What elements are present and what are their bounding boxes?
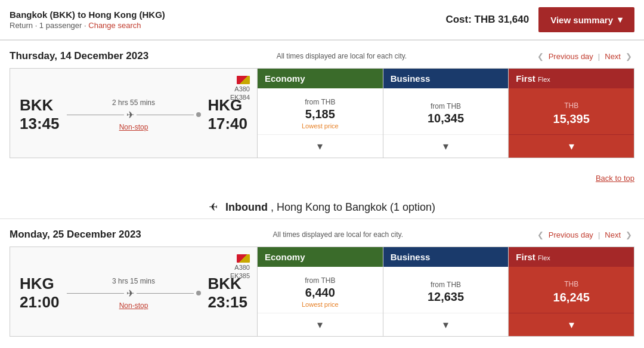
route-dot [196, 112, 201, 117]
outbound-economy-body: from THB 5,185 Lowest price [258, 88, 383, 134]
inbound-flight-card: A380 EK385 HKG 21:00 3 hrs 15 mins ✈ N [10, 247, 634, 337]
change-search-link[interactable]: Change search [88, 21, 141, 30]
outbound-nonstop-link[interactable]: Non-stop [119, 123, 148, 131]
inbound-fare-columns: Economy from THB 6,440 Lowest price ▾ Bu… [258, 247, 634, 336]
inbound-economy-body: from THB 6,440 Lowest price [258, 267, 383, 313]
outbound-section: Thursday, 14 December 2023 All times dis… [0, 41, 644, 168]
inbound-airline-badge: A380 EK385 [230, 254, 250, 279]
inbound-times-note: All times displayed are local for each c… [273, 230, 403, 239]
outbound-aircraft: A380 [234, 85, 250, 93]
outbound-flight-number: EK384 [230, 94, 250, 101]
outbound-route-middle: 2 hrs 55 mins ✈ Non-stop [67, 98, 201, 131]
route-line-right [137, 115, 194, 115]
inbound-next-day-link[interactable]: Next [605, 230, 621, 239]
outbound-prev-day-link[interactable]: Previous day [549, 52, 593, 61]
inbound-first-header: First Flex [509, 247, 634, 267]
route-line-left [67, 115, 124, 115]
inbound-flight-info: A380 EK385 HKG 21:00 3 hrs 15 mins ✈ N [10, 247, 258, 336]
inbound-first-body: THB 16,245 [509, 267, 634, 313]
inbound-route-line: ✈ [67, 288, 201, 299]
outbound-next-day-link[interactable]: Next [605, 52, 621, 61]
nav-divider-inbound: | [598, 230, 600, 239]
outbound-route-line: ✈ [67, 109, 201, 121]
inbound-first-amount: 16,245 [553, 291, 590, 304]
inbound-economy-from: from THB [305, 276, 335, 285]
inbound-dest-time: 23:15 [208, 293, 248, 312]
back-to-top-link[interactable]: Back to top [596, 174, 634, 183]
inbound-duration: 3 hrs 15 mins [112, 277, 155, 285]
inbound-flight-number: EK385 [230, 272, 250, 279]
chevron-left-icon-inbound: ❮ [537, 230, 544, 239]
outbound-first-expand[interactable]: ▾ [509, 134, 634, 158]
cost-amount: Cost: THB 31,640 [445, 14, 529, 25]
inbound-economy-expand[interactable]: ▾ [258, 313, 383, 336]
inbound-prev-day-link[interactable]: Previous day [549, 230, 593, 239]
outbound-first-header: First Flex [509, 69, 634, 88]
cost-display: Cost: THB 31,640 [445, 14, 529, 26]
header-sub: Return · 1 passenger · Change search [10, 21, 165, 30]
inbound-day-title: Monday, 25 December 2023 [10, 229, 141, 241]
inbound-origin: HKG 21:00 [20, 275, 60, 312]
outbound-business-body: from THB 10,345 [383, 88, 509, 134]
outbound-economy-col[interactable]: Economy from THB 5,185 Lowest price ▾ [258, 69, 383, 158]
page-header: Bangkok (BKK) to Hong Kong (HKG) Return … [0, 0, 644, 40]
inbound-plane-icon: ✈ [126, 288, 134, 299]
inbound-origin-code: HKG [20, 275, 60, 293]
inbound-label-bold: Inbound [225, 201, 268, 213]
view-summary-button[interactable]: View summary ▾ [538, 7, 634, 32]
route-title: Bangkok (BKK) to Hong Kong (HKG) [10, 10, 165, 20]
inbound-business-header: Business [383, 247, 509, 267]
outbound-airline-logo [237, 76, 250, 84]
inbound-first-currency: THB [564, 280, 578, 288]
inbound-section: Monday, 25 December 2023 All times displ… [0, 219, 644, 346]
outbound-duration: 2 hrs 55 mins [112, 98, 155, 107]
inbound-economy-col[interactable]: Economy from THB 6,440 Lowest price ▾ [258, 247, 383, 336]
inbound-first-expand[interactable]: ▾ [509, 313, 634, 336]
sub-text: Return · 1 passenger · [10, 21, 86, 30]
inbound-section-title: ✈ Inbound , Hong Kong to Bangkok (1 opti… [0, 189, 644, 218]
outbound-economy-from: from THB [305, 98, 335, 106]
outbound-flight-card: A380 EK384 BKK 13:45 2 hrs 55 mins ✈ N [10, 68, 634, 158]
outbound-economy-expand[interactable]: ▾ [258, 134, 383, 158]
inbound-plane-icon: ✈ [209, 201, 218, 214]
outbound-first-col[interactable]: First Flex THB 15,395 ▾ [509, 69, 634, 158]
outbound-fare-columns: Economy from THB 5,185 Lowest price ▾ Bu… [258, 69, 634, 158]
outbound-dest: HKG 17:40 [208, 96, 248, 133]
outbound-dest-time: 17:40 [208, 115, 248, 133]
outbound-first-amount: 15,395 [553, 112, 590, 126]
inbound-first-sublabel: Flex [538, 254, 550, 261]
outbound-business-col[interactable]: Business from THB 10,345 ▾ [383, 69, 509, 158]
inbound-business-expand[interactable]: ▾ [383, 313, 509, 336]
inbound-business-col[interactable]: Business from THB 12,635 ▾ [383, 247, 509, 336]
outbound-origin-code: BKK [20, 96, 60, 115]
inbound-route-line-right [137, 293, 194, 294]
inbound-business-amount: 12,635 [428, 290, 464, 304]
outbound-day-header: Thursday, 14 December 2023 All times dis… [10, 50, 634, 62]
inbound-business-body: from THB 12,635 [383, 267, 509, 313]
inbound-first-col[interactable]: First Flex THB 16,245 ▾ [509, 247, 634, 336]
outbound-flight-info: A380 EK384 BKK 13:45 2 hrs 55 mins ✈ N [10, 69, 258, 158]
outbound-business-expand[interactable]: ▾ [383, 134, 509, 158]
outbound-first-body: THB 15,395 [509, 88, 634, 134]
plane-icon: ✈ [126, 109, 134, 121]
header-left: Bangkok (BKK) to Hong Kong (HKG) Return … [10, 10, 165, 30]
inbound-airline-logo [237, 254, 250, 263]
outbound-business-header: Business [383, 69, 509, 88]
chevron-right-icon: ❯ [626, 52, 632, 61]
outbound-times-note: All times displayed are local for each c… [277, 52, 407, 60]
inbound-economy-lowest: Lowest price [302, 301, 339, 308]
inbound-economy-header: Economy [258, 247, 383, 267]
inbound-business-from: from THB [431, 281, 461, 289]
inbound-origin-time: 21:00 [20, 293, 60, 312]
outbound-business-amount: 10,345 [428, 112, 464, 125]
inbound-emirates-icon [237, 254, 250, 263]
outbound-first-currency: THB [564, 101, 578, 110]
outbound-business-from: from THB [431, 102, 461, 110]
inbound-aircraft: A380 [234, 264, 250, 271]
inbound-nonstop-link[interactable]: Non-stop [119, 301, 148, 310]
inbound-route-middle: 3 hrs 15 mins ✈ Non-stop [67, 277, 201, 310]
outbound-first-label: First [516, 73, 535, 84]
chevron-left-icon: ❮ [537, 52, 544, 61]
inbound-first-label: First [516, 252, 535, 262]
inbound-day-nav: ❮ Previous day | Next ❯ [535, 230, 634, 239]
